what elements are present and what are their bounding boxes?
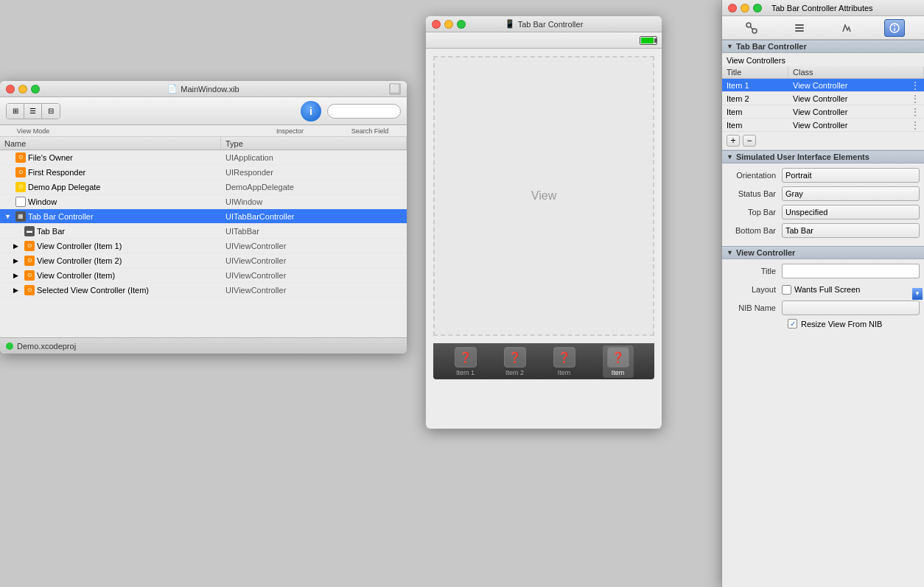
wants-full-screen-label: Wants Full Screen [794, 285, 860, 294]
attributes-icon-btn[interactable] [789, 19, 810, 37]
vc-title-label: Title [727, 267, 782, 275]
tab-icon-2: ❓ [504, 347, 526, 368]
vc-row-item1[interactable]: Item 1 View Controller ⋮ [722, 79, 924, 92]
tbc-toolbar [426, 32, 662, 49]
vc-action-dots-3[interactable]: ⋮ [910, 106, 920, 118]
view-mode-column-btn[interactable]: ⊟ [42, 104, 60, 119]
vc-row-item3[interactable]: Item View Controller ⋮ [722, 105, 924, 119]
vc-title-item1: Item 1 [722, 81, 788, 90]
nib-name-dropdown[interactable]: ▼ [782, 300, 920, 315]
minimize-button[interactable] [18, 85, 27, 94]
wants-full-screen-checkbox[interactable] [782, 285, 791, 295]
item-icon: ▬ [24, 226, 35, 236]
section-vc-label: View Controller [736, 248, 795, 257]
status-bar-value: Gray [785, 189, 803, 198]
bottom-bar-row: Bottom Bar Tab Bar ▼ [727, 223, 920, 238]
battery-widget [640, 36, 657, 45]
section-vc-header: ▼ View Controller [722, 246, 924, 259]
status-bar-dropdown[interactable]: Gray ▼ [782, 186, 920, 201]
svg-line-2 [751, 27, 753, 29]
tree-row[interactable]: ⊙ First Responder UIResponder [0, 165, 407, 180]
add-vc-button[interactable]: + [727, 135, 740, 147]
connections-icon-btn[interactable] [741, 19, 762, 37]
tab-bar-controller-window: 📱 Tab Bar Controller View ❓ Item 1 ❓ Ite… [426, 16, 662, 429]
search-input[interactable] [327, 104, 401, 119]
tab-label-1: Item 1 [456, 369, 475, 376]
info-icon-btn[interactable] [884, 19, 905, 37]
expand-arrow: ▶ [13, 257, 22, 264]
vc-action-dots-4[interactable]: ⋮ [910, 119, 920, 131]
tree-row[interactable]: ▶ ⊙ View Controller (Item) UIViewControl… [0, 268, 407, 283]
zoom-button[interactable] [31, 85, 40, 94]
inspector-label: Inspector [276, 127, 304, 135]
top-bar-dropdown[interactable]: Unspecified ▼ [782, 205, 920, 219]
tree-row[interactable]: ▬ Tab Bar UITabBar [0, 224, 407, 239]
tree-row[interactable]: ▶ ⊙ View Controller (Item 1) UIViewContr… [0, 239, 407, 253]
vc-action-dots-1[interactable]: ⋮ [910, 80, 920, 91]
resize-view-checkbox[interactable] [788, 319, 797, 328]
item-icon: ⊙ [24, 241, 35, 251]
expand-arrow: ▶ [13, 242, 22, 250]
tree-row[interactable]: ▶ ⊙ View Controller (Item 2) UIViewContr… [0, 253, 407, 268]
tab-icon-4: ❓ [607, 347, 629, 368]
tab-item-1[interactable]: ❓ Item 1 [455, 347, 477, 376]
item-name: Selected View Controller (Item) [37, 286, 149, 295]
item-name: File's Owner [28, 153, 73, 162]
item-type: UIApplication [221, 153, 407, 162]
svg-rect-5 [795, 30, 804, 32]
item-type: UITabBarController [221, 212, 407, 221]
close-button[interactable] [6, 85, 15, 94]
item-icon: ⊙ [24, 285, 35, 295]
item-name: View Controller (Item 2) [37, 256, 122, 265]
close-button[interactable] [728, 4, 737, 13]
identity-icon [841, 22, 853, 34]
minimize-button[interactable] [741, 4, 749, 13]
attr-titlebar: Tab Bar Controller Attributes [722, 0, 924, 16]
item-icon: ▦ [15, 211, 26, 222]
tab-item-3[interactable]: ❓ Item [553, 347, 575, 376]
tree-row-tab-bar-controller[interactable]: ▼ ▦ Tab Bar Controller UITabBarControlle… [0, 209, 407, 224]
minimize-button[interactable] [444, 20, 453, 29]
section-arrow: ▼ [727, 43, 733, 50]
zoom-button[interactable] [753, 4, 762, 13]
tab-item-2[interactable]: ❓ Item 2 [504, 347, 526, 376]
tree-row[interactable]: ▶ ⊙ Selected View Controller (Item) UIVi… [0, 283, 407, 298]
traffic-lights [432, 20, 466, 29]
attributes-panel: Tab Bar Controller Attributes [721, 0, 924, 587]
vc-row-item4[interactable]: Item View Controller ⋮ [722, 119, 924, 132]
tree-row[interactable]: Window UIWindow [0, 194, 407, 209]
zoom-button[interactable] [457, 20, 466, 29]
tbc-icon: 📱 [505, 19, 515, 29]
view-mode-icon-btn[interactable]: ⊞ [7, 104, 24, 119]
tab-label-3: Item [558, 369, 571, 376]
vc-title-input[interactable] [782, 264, 920, 278]
inspector-button[interactable]: i [301, 101, 321, 122]
attr-panel-title: Tab Bar Controller Attributes [771, 4, 873, 13]
tree-row[interactable]: ⊙ Demo App Delegate DemoAppDelegate [0, 180, 407, 194]
vc-form: Title Layout Wants Full Screen NIB Name … [722, 259, 924, 336]
orientation-dropdown[interactable]: Portrait ▼ [782, 168, 920, 183]
item-type: UITabBar [221, 227, 407, 236]
item-type: UIResponder [221, 168, 407, 177]
status-dot [6, 342, 13, 350]
section-tbc-header: ▼ Tab Bar Controller [722, 40, 924, 53]
resize-button[interactable]: ⬜ [389, 83, 401, 95]
tree-row[interactable]: ⊙ File's Owner UIApplication [0, 150, 407, 165]
remove-vc-button[interactable]: − [743, 135, 756, 147]
identity-icon-btn[interactable] [836, 19, 857, 37]
vc-action-dots-2[interactable]: ⋮ [910, 93, 920, 105]
close-button[interactable] [432, 20, 441, 29]
orientation-row: Orientation Portrait ▼ [727, 168, 920, 183]
item-icon: ⊙ [15, 152, 26, 163]
expand-arrow: ▶ [13, 287, 22, 294]
tab-item-4[interactable]: ❓ Item [603, 345, 634, 378]
item-icon: ⊙ [24, 270, 35, 281]
svg-rect-4 [795, 24, 804, 26]
vc-row-item2[interactable]: Item 2 View Controller ⋮ [722, 92, 924, 105]
tbc-title: 📱 Tab Bar Controller [505, 19, 584, 29]
vc-class-item2: View Controller ⋮ [788, 93, 924, 105]
item-name: Demo App Delegate [28, 183, 100, 191]
view-mode-list-btn[interactable]: ☰ [24, 104, 42, 119]
bottom-bar-dropdown[interactable]: Tab Bar ▼ [782, 223, 920, 238]
project-name: Demo.xcodeproj [17, 342, 76, 351]
